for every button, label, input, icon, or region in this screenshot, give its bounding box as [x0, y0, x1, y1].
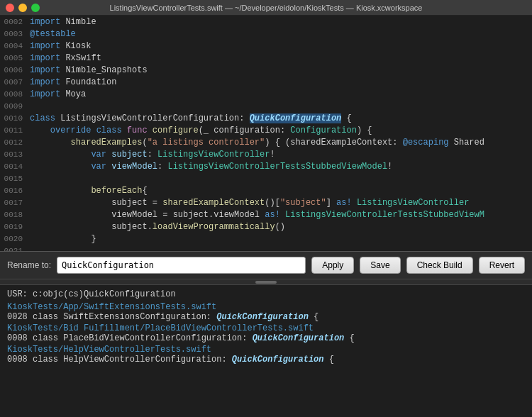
code-line-0014: 0014 var viewModel: ListingsViewControll…: [0, 160, 532, 172]
title-bar: ListingsViewControllerTests.swift — ~/De…: [0, 0, 532, 16]
result-link-3[interactable]: KioskTests/HelpViewControllerTests.swift: [7, 345, 525, 355]
usr-line: USR: c:objc(cs)QuickConfiguration: [7, 289, 525, 299]
window-title: ListingsViewControllerTests.swift — ~/De…: [110, 4, 423, 12]
result-link-1[interactable]: KioskTests/App/SwiftExtensionsTests.swif…: [7, 302, 525, 312]
code-line-0019: 0019 subject.loadViewProgrammatically(): [0, 221, 532, 233]
window-controls[interactable]: [6, 4, 40, 12]
code-line-0006: 0006 import Nimble_Snapshots: [0, 64, 532, 76]
result-code-3: 0008 class HelpViewControllerConfigurati…: [7, 355, 334, 365]
code-line-0011: 0011 override class func configure(_ con…: [0, 124, 532, 136]
close-button[interactable]: [6, 4, 14, 12]
code-line-0002: 0002 import Nimble: [0, 16, 532, 28]
rename-input[interactable]: [57, 257, 306, 274]
code-line-0009: 0009: [0, 100, 532, 112]
save-button[interactable]: Save: [360, 257, 400, 274]
code-line-0013: 0013 var subject: ListingsViewController…: [0, 148, 532, 160]
rename-label: Rename to:: [7, 260, 51, 270]
code-line-0010: 0010 class ListingsViewControllerConfigu…: [0, 112, 532, 124]
minimize-button[interactable]: [18, 4, 27, 12]
result-link-2[interactable]: KioskTests/Bid Fulfillment/PlaceBidViewC…: [7, 323, 525, 333]
result-item-1: KioskTests/App/SwiftExtensionsTests.swif…: [7, 302, 525, 322]
divider: [0, 279, 532, 285]
result-item-2: KioskTests/Bid Fulfillment/PlaceBidViewC…: [7, 323, 525, 343]
code-line-0005: 0005 import RxSwift: [0, 52, 532, 64]
check-build-button[interactable]: Check Build: [406, 257, 473, 274]
code-line-0012: 0012 sharedExamples("a listings controll…: [0, 136, 532, 148]
code-line-0007: 0007 import Foundation: [0, 76, 532, 88]
code-line-0018: 0018 viewModel = subject.viewModel as! L…: [0, 208, 532, 221]
maximize-button[interactable]: [31, 4, 40, 12]
code-line-0004: 0004 import Kiosk: [0, 40, 532, 52]
code-line-0003: 0003 @testable: [0, 28, 532, 40]
code-line-0017: 0017 subject = sharedExampleContext()["s…: [0, 196, 532, 208]
code-line-0020: 0020 }: [0, 233, 532, 245]
code-line-0021: 0021: [0, 245, 532, 251]
code-line-0015: 0015: [0, 172, 532, 184]
result-code-2: 0008 class PlaceBidViewControllerConfigu…: [7, 333, 355, 343]
result-code-1: 0028 class SwiftExtensionsConfiguration:…: [7, 312, 318, 322]
divider-handle[interactable]: [255, 281, 277, 284]
code-editor: 0002 import Nimble 0003 @testable 0004 i…: [0, 16, 532, 251]
result-item-3: KioskTests/HelpViewControllerTests.swift…: [7, 345, 525, 365]
apply-button[interactable]: Apply: [311, 257, 354, 274]
code-line-0008: 0008 import Moya: [0, 88, 532, 100]
rename-bar: Rename to: Apply Save Check Build Revert: [0, 251, 532, 279]
revert-button[interactable]: Revert: [479, 257, 525, 274]
results-area: USR: c:objc(cs)QuickConfiguration KioskT…: [0, 285, 532, 417]
code-line-0016: 0016 beforeEach{: [0, 184, 532, 196]
